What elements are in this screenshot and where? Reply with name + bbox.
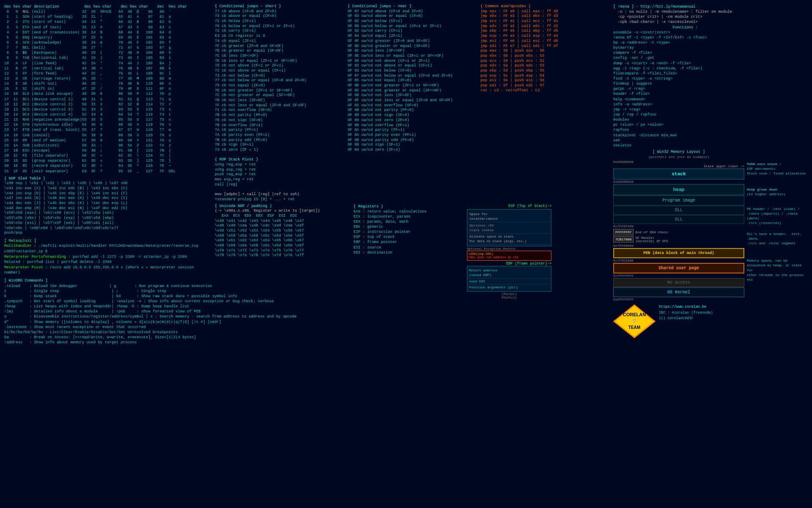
unicode-nop-section: { Unicode NOP / padding } (-> \x00x.x.x0… <box>215 204 350 300</box>
memory-boxes: [ Win32 Memory Layout ] (pointers are ju… <box>613 150 744 302</box>
dll-box-1: DLL <box>613 206 744 215</box>
addr-0x00000000: 0x00000000 <box>613 160 744 164</box>
content-area: dec hex char description dec hex char de… <box>4 4 808 504</box>
heap-grows-desc: Heap grows down (to higher address) <box>747 187 806 196</box>
win32-memory-layout: [ Win32 Memory Layout ] (pointers are ju… <box>613 150 808 302</box>
asm-opcodes-section: { Common asm/opcodes } jmp eax : FF e0 |… <box>480 4 610 202</box>
addr-0x00400000: 0x00400000 <box>613 180 744 184</box>
jumps-short: { Conditional jumps - short } 77 cb abov… <box>215 4 344 202</box>
program-image-box: Program image <box>613 196 744 205</box>
esp-stack-visual: ESP (Top of Stack)-> Space forlocalVaria… <box>467 204 551 300</box>
svg-text:CORELAN: CORELAN <box>623 312 646 317</box>
jumps-row: { Conditional jumps - short } 77 cb abov… <box>215 4 610 202</box>
unicode-row: { Unicode NOP / padding } (-> \x00x.x.x0… <box>215 204 610 300</box>
main-container: dec hex char description dec hex char de… <box>0 0 812 508</box>
corelan-logo: CORELAN 🦈 TEAM <box>613 304 656 338</box>
registers-section: { Registers } EAX : return value, calcul… <box>354 204 464 300</box>
addr-0xffffffff: 0xFFFFFFFF <box>613 298 744 301</box>
ascii-table: dec hex char description dec hex char de… <box>4 4 211 174</box>
stack-box: stack <box>613 168 744 179</box>
seh-end-label: End of SEH chain <box>635 230 668 234</box>
seh-handler-row: 7CB17080 SE Handler(kernel32) XP SP3 <box>613 236 744 243</box>
noaccess-box: No access <box>613 278 744 287</box>
seh-handler-box: 7CB17080 <box>613 236 634 243</box>
left-panel: dec hex char description dec hex char de… <box>4 4 211 504</box>
middle-panel: { Conditional jumps - short } 77 cb abov… <box>215 4 610 504</box>
shared-user-page-box: Shared user page <box>613 263 744 273</box>
push-stack-desc: PUSH onto stack : ESP decrementsStack si… <box>747 162 806 176</box>
corelan-website: https://www.corelan.be <box>659 304 713 310</box>
dll-box-2: DLL <box>613 215 744 224</box>
addr-0x7ffe0000: 0x7FFE0000 <box>613 244 744 248</box>
kernel-box: OS Kernel <box>613 287 744 297</box>
dll-desc: DLL's have a header, .text, .data,.rsrc … <box>747 232 806 246</box>
seh-chain-row: FFFFFFFF End of SEH chain <box>613 229 744 235</box>
seh-handler-label: SE Handler(kernel32) XP SP3 <box>635 236 668 243</box>
addr-0x7ffdf000: 0x7FFDF000 <box>613 224 744 228</box>
mem-alloc-desc: Memory space, can beallocated as heap, o… <box>747 258 806 282</box>
svg-text:TEAM: TEAM <box>628 325 640 330</box>
right-panel: [ !mona ] - http://bit.ly/monamanual -n … <box>613 4 808 504</box>
memory-descriptions: PUSH onto stack : ESP decrementsStack si… <box>747 150 806 302</box>
windbg-section: [ WinDBG Commands ] .reload : Reload the… <box>4 278 211 345</box>
addr-0x7fffffff: 0x7FFFFFFF <box>613 274 744 278</box>
corelan-copyright: (c) corelanc0d3r <box>659 316 713 322</box>
prog-image-desc: PE header / .text (code) /.rdata (import… <box>747 207 806 226</box>
mona-section: [ !mona ] - http://bit.ly/monamanual -n … <box>613 4 808 148</box>
corelan-info: https://www.corelan.be IRC : #corelan (f… <box>659 304 713 322</box>
metasploit-section: [ Metasploit ] Multihandler : ./msfcli e… <box>4 238 211 276</box>
nop-sled-table: { NOP Sled Table } \x90 nop | \x91 | \x9… <box>4 177 211 236</box>
svg-text:🦈: 🦈 <box>632 319 636 323</box>
corelan-irc: IRC : #corelan (freenode) <box>659 310 713 316</box>
heap-box: heap <box>613 184 744 195</box>
addr-0x7ffe1000: 0x7FFE1000 <box>613 259 744 262</box>
corelan-section: CORELAN 🦈 TEAM https://www.corelan.be IR… <box>613 304 808 338</box>
peb-box: PEB (data block of main thread) <box>613 248 744 258</box>
stack-diagram-section: ESP (Top of Stack)-> Space forlocalVaria… <box>467 204 610 300</box>
ffffffff-box: FFFFFFFF <box>613 229 634 235</box>
jumps-near: { Conditional jumps - near } OF 87 cw/cd… <box>348 4 477 202</box>
